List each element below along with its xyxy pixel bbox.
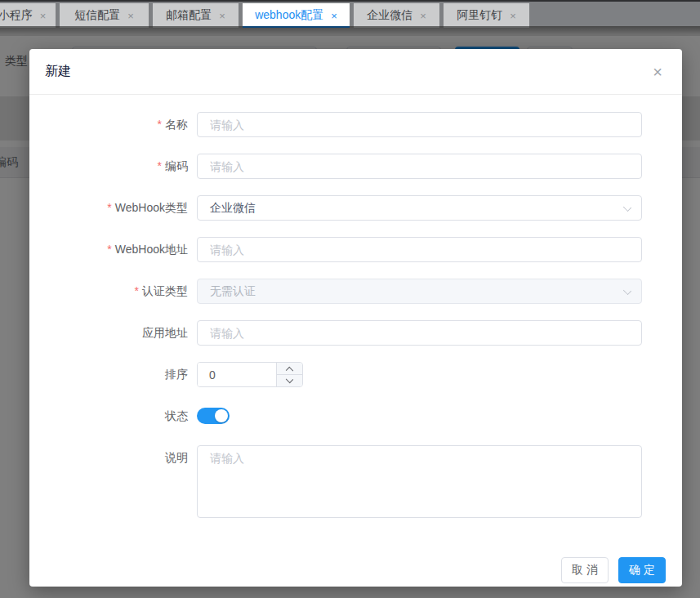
- webhook-url-input[interactable]: [197, 237, 642, 262]
- tab-wecom[interactable]: 企业微信 ×: [354, 3, 439, 28]
- sort-value-input[interactable]: [198, 363, 277, 386]
- form-row-app-url: 应用地址: [29, 320, 682, 346]
- description-textarea[interactable]: [197, 445, 642, 518]
- tab-miniprogram[interactable]: 小程序 ×: [0, 3, 56, 28]
- chevron-down-icon: [624, 204, 631, 211]
- required-asterisk: *: [158, 118, 162, 131]
- tab-close-icon[interactable]: ×: [127, 11, 134, 21]
- chevron-up-icon: [287, 366, 292, 372]
- tab-label: 短信配置: [74, 8, 120, 23]
- tab-label: 小程序: [0, 8, 33, 23]
- tab-bar: 小程序 × 短信配置 × 邮箱配置 × webhook配置 × 企业微信 × 阿…: [0, 0, 700, 26]
- webhook-type-select[interactable]: 企业微信: [197, 195, 642, 221]
- form-row-sort: 排序: [29, 362, 682, 387]
- code-label: *编码: [29, 154, 188, 179]
- tab-close-icon[interactable]: ×: [219, 11, 225, 21]
- confirm-button[interactable]: 确 定: [618, 557, 666, 583]
- sort-number-input: [197, 362, 303, 387]
- code-input[interactable]: [197, 154, 642, 179]
- tab-dingtalk[interactable]: 阿里钉钉 ×: [444, 3, 529, 28]
- tab-webhook-config[interactable]: webhook配置 ×: [243, 3, 350, 28]
- close-icon[interactable]: ×: [648, 62, 667, 82]
- required-asterisk: *: [135, 284, 139, 297]
- app-url-input[interactable]: [197, 320, 642, 346]
- form-row-code: *编码: [29, 154, 682, 179]
- create-modal: 新建 × *名称 *编码 *WebHook类型 企业微信: [29, 49, 682, 587]
- required-asterisk: *: [107, 201, 111, 214]
- tab-close-icon[interactable]: ×: [510, 11, 516, 21]
- chevron-down-icon: [287, 378, 292, 384]
- screen: 小程序 × 短信配置 × 邮箱配置 × webhook配置 × 企业微信 × 阿…: [0, 0, 700, 598]
- required-asterisk: *: [107, 243, 111, 256]
- form-row-description: 说明: [29, 445, 682, 518]
- form-row-name: *名称: [29, 112, 682, 137]
- tab-label: 阿里钉钉: [457, 8, 502, 23]
- modal-body: *名称 *编码 *WebHook类型 企业微信 *WebHook地址: [29, 95, 682, 518]
- tab-label: 企业微信: [367, 8, 412, 23]
- modal-header: 新建 ×: [29, 49, 682, 95]
- modal-title: 新建: [45, 63, 71, 80]
- modal-footer: 取 消 确 定: [29, 534, 682, 598]
- name-input[interactable]: [197, 112, 642, 137]
- description-label: 说明: [29, 445, 188, 471]
- name-label: *名称: [29, 112, 188, 137]
- app-url-label: 应用地址: [29, 320, 188, 346]
- cancel-button[interactable]: 取 消: [561, 557, 609, 583]
- required-asterisk: *: [158, 159, 162, 172]
- tab-label: 邮箱配置: [166, 8, 212, 23]
- webhook-type-value: 企业微信: [210, 201, 256, 216]
- tab-email-config[interactable]: 邮箱配置 ×: [153, 3, 239, 28]
- stepper-down-button[interactable]: [277, 375, 302, 386]
- stepper-up-button[interactable]: [277, 363, 302, 375]
- toggle-knob: [215, 409, 228, 422]
- form-row-webhook-url: *WebHook地址: [29, 237, 682, 262]
- form-row-webhook-type: *WebHook类型 企业微信: [29, 195, 682, 221]
- tabs: 小程序 × 短信配置 × 邮箱配置 × webhook配置 × 企业微信 × 阿…: [0, 3, 529, 28]
- status-toggle-on[interactable]: [197, 408, 230, 424]
- webhook-type-label: *WebHook类型: [29, 195, 188, 221]
- status-label: 状态: [29, 404, 188, 429]
- number-stepper: [276, 363, 302, 386]
- sort-label: 排序: [29, 362, 188, 387]
- auth-type-select-disabled: 无需认证: [197, 279, 642, 304]
- auth-type-value: 无需认证: [210, 284, 256, 299]
- tab-close-icon[interactable]: ×: [331, 11, 337, 21]
- form-row-status: 状态: [29, 404, 682, 429]
- tab-close-icon[interactable]: ×: [420, 11, 426, 21]
- form-row-auth-type: *认证类型 无需认证: [29, 279, 682, 304]
- tab-label: webhook配置: [255, 8, 323, 23]
- tab-close-icon[interactable]: ×: [40, 11, 47, 21]
- tab-sms-config[interactable]: 短信配置 ×: [60, 3, 149, 28]
- chevron-down-icon: [624, 288, 631, 294]
- auth-type-label: *认证类型: [29, 279, 188, 304]
- webhook-url-label: *WebHook地址: [29, 237, 188, 262]
